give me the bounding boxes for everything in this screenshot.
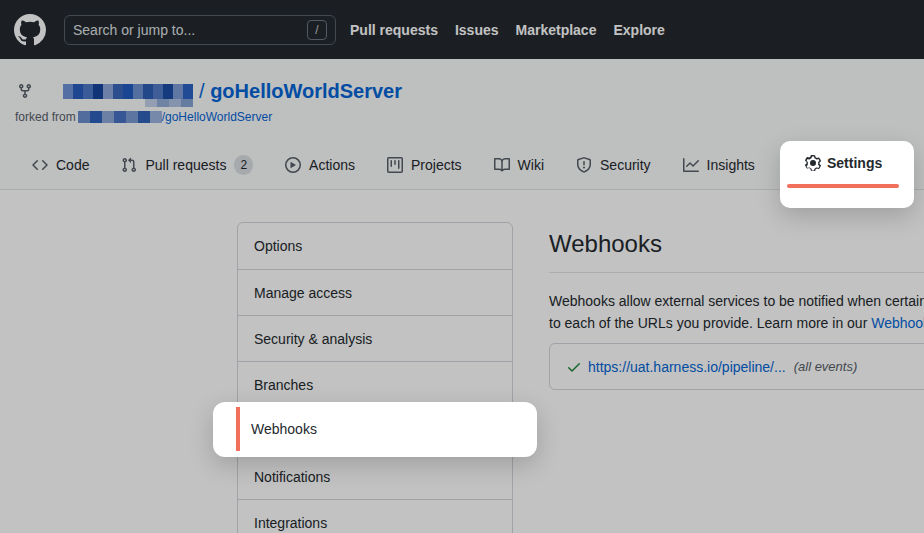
tab-settings[interactable]: Settings (805, 155, 882, 171)
tab-label: Settings (827, 155, 882, 171)
sidebar-item-webhooks[interactable]: Webhooks (251, 402, 317, 457)
github-repo-settings-page: / Pull requests Issues Marketplace Explo… (0, 0, 924, 533)
settings-tab-spotlight: Settings (780, 141, 914, 208)
selected-item-bar (236, 407, 240, 451)
webhooks-sidebar-spotlight: Webhooks (213, 402, 537, 457)
selected-tab-underline (787, 184, 899, 188)
gear-icon (805, 155, 821, 171)
